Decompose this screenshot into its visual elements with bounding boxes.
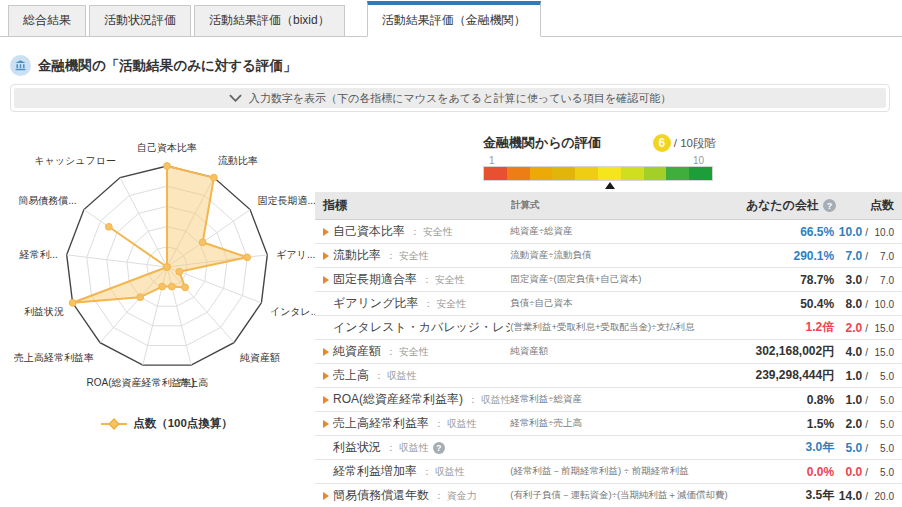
scale-segment: [507, 167, 530, 180]
indicator-category: ： 安全性: [386, 345, 429, 359]
company-value: 3.5年: [806, 487, 835, 504]
table-row[interactable]: 経常利益増加率： 収益性(経常利益－前期経常利益) ÷ 前期経常利益0.0%0.…: [315, 460, 902, 484]
formula-cell: 経常利益÷総資産: [510, 393, 735, 406]
company-value: 239,298,444円: [755, 367, 834, 384]
indicator-category: ： 収益性: [386, 441, 429, 455]
radar-data-point: [244, 254, 251, 261]
indicator-category: ： 収益性: [434, 417, 477, 431]
table-row[interactable]: 売上高経常利益率： 収益性経常利益÷売上高1.5%2.0/5.0: [315, 412, 902, 436]
table-row[interactable]: 簡易債務償還年数： 資金力(有利子負債－運転資金)÷(当期純利益＋減価償却費)3…: [315, 484, 902, 507]
score-max: 5.0: [870, 395, 894, 406]
tab-active[interactable]: 活動結果評価（金融機関）: [367, 1, 541, 37]
score-separator: /: [865, 347, 868, 358]
company-value: 302,168,002円: [755, 343, 834, 360]
help-icon[interactable]: ?: [823, 199, 836, 212]
rating-color-scale: [483, 166, 713, 181]
formula-cell: 純資産額: [510, 345, 735, 358]
radar-axis-label: インタレ...: [270, 306, 319, 317]
table-row[interactable]: 利益状況： 収益性?3.0年5.0/5.0: [315, 436, 902, 460]
indicator-name: 簡易債務償還年数: [333, 487, 429, 504]
indicator-category: ： 安全性: [386, 249, 429, 263]
score-value: 10.0: [834, 225, 862, 239]
indicator-arrow-icon: [323, 276, 329, 284]
score-value: 0.0: [834, 465, 862, 479]
score-separator: /: [865, 227, 868, 238]
formula-cell: 純資産÷総資産: [510, 225, 735, 238]
score-value: 4.0: [834, 345, 862, 359]
radar-axis-label: ギアリ...: [276, 249, 315, 260]
score-max: 15.0: [870, 347, 894, 358]
header-indicator: 指標: [315, 197, 511, 214]
table-row[interactable]: 流動比率： 安全性流動資産÷流動負債290.1%7.0/7.0: [315, 244, 902, 268]
radar-chart: 自己資本比率流動比率固定長期適...ギアリ...インタレ...純資産額売上高RO…: [2, 122, 332, 414]
chevron-down-icon: [229, 94, 242, 102]
rating-scale-suffix: / 10段階: [674, 136, 716, 151]
score-max: 5.0: [870, 419, 894, 430]
help-icon[interactable]: ?: [433, 442, 445, 454]
indicator-arrow-icon: [323, 396, 329, 404]
indicator-name: 利益状況: [333, 439, 381, 456]
score-separator: /: [865, 443, 868, 454]
rating-marker-icon: [605, 182, 615, 189]
score-value: 3.0: [834, 273, 862, 287]
radar-axis-label: 経常利...: [18, 249, 57, 260]
score-separator: /: [865, 467, 868, 478]
scale-segment: [484, 167, 507, 180]
radar-axis-label: 自己資本比率: [137, 142, 197, 153]
indicator-name: 経常利益増加率: [333, 463, 417, 480]
tab-inactive[interactable]: 総合結果: [8, 5, 86, 36]
radar-data-point: [164, 264, 171, 271]
rating-title: 金融機関からの評価: [483, 134, 601, 152]
radar-data-point: [199, 239, 206, 246]
scale-segment: [575, 167, 598, 180]
company-value: 3.0年: [806, 439, 835, 456]
formula-cell: (経常利益－前期経常利益) ÷ 前期経常利益: [510, 465, 735, 478]
indicator-name: 純資産額: [333, 343, 381, 360]
tab-inactive[interactable]: 活動状況評価: [89, 5, 191, 36]
score-value: 14.0: [834, 489, 862, 503]
formula-cell: 経常利益÷売上高: [510, 417, 735, 430]
score-max: 20.0: [870, 491, 894, 502]
company-value: 1.5%: [807, 417, 834, 431]
formula-cell: (営業利益+受取利息+受取配当金)÷支払利息: [510, 321, 735, 334]
table-row[interactable]: ギアリング比率： 安全性負債÷自己資本50.4%8.0/10.0: [315, 292, 902, 316]
score-max: 10.0: [870, 299, 894, 310]
radar-data-point: [176, 268, 183, 275]
indicator-arrow-icon: [323, 420, 329, 428]
table-row[interactable]: 純資産額： 安全性純資産額302,168,002円4.0/15.0: [315, 340, 902, 364]
indicator-name: ROA(総資産経常利益率): [333, 391, 463, 408]
tab-inactive[interactable]: 活動結果評価（bixid）: [194, 5, 345, 36]
score-separator: /: [865, 323, 868, 334]
table-row[interactable]: 自己資本比率： 安全性純資産÷総資産66.5%10.0/10.0: [315, 220, 902, 244]
indicator-name: 固定長期適合率: [333, 271, 417, 288]
score-separator: /: [865, 395, 868, 406]
header-formula: 計算式: [511, 199, 737, 212]
score-max: 7.0: [870, 251, 894, 262]
header-company: あなたの会社: [746, 197, 819, 214]
table-row[interactable]: インタレスト・カバレッジ・レシオ： 安全性(営業利益+受取利息+受取配当金)÷支…: [315, 316, 902, 340]
table-header-row: 指標 計算式 あなたの会社 ? 点数: [315, 192, 902, 220]
chart-legend: 点数（100点換算）: [2, 416, 332, 431]
table-row[interactable]: ROA(総資産経常利益率)： 収益性経常利益÷総資産0.8%1.0/5.0: [315, 388, 902, 412]
table-row[interactable]: 固定長期適合率： 安全性固定資産÷(固定負債+自己資本)78.7%3.0/7.0: [315, 268, 902, 292]
scale-min-label: 1: [489, 155, 495, 166]
indicator-arrow-icon: [323, 252, 329, 260]
indicator-arrow-icon: [323, 492, 329, 500]
score-separator: /: [865, 371, 868, 382]
radar-axis-label: ROA(総資産経常利益率): [87, 377, 195, 388]
bank-icon: [10, 55, 31, 76]
score-max: 5.0: [870, 371, 894, 382]
score-max: 7.0: [870, 275, 894, 286]
indicator-arrow-icon: [323, 228, 329, 236]
radar-data-point: [69, 299, 76, 306]
show-input-numbers-toggle[interactable]: 入力数字を表示（下の各指標にマウスをあてると計算に使っている項目を確認可能）: [10, 84, 890, 112]
indicator-name: 売上高: [333, 367, 369, 384]
legend-diamond-icon: [101, 419, 127, 428]
table-row[interactable]: 売上高： 収益性239,298,444円1.0/5.0: [315, 364, 902, 388]
company-value: 50.4%: [800, 297, 834, 311]
company-value: 66.5%: [800, 225, 834, 239]
indicator-name: ギアリング比率: [333, 295, 418, 312]
company-value: 1.2倍: [806, 319, 835, 336]
indicator-name: 自己資本比率: [333, 223, 405, 240]
score-value: 8.0: [834, 297, 862, 311]
